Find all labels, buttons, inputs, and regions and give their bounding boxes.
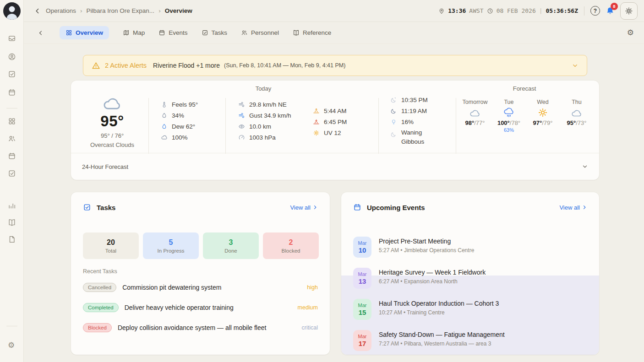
tab-personnel[interactable]: Personnel [241,29,279,36]
breadcrumb-item[interactable]: Pilbara Iron Ore Expan... [87,7,155,14]
sun-icon [625,7,633,15]
settings-gear-icon[interactable]: ⚙ [627,28,634,38]
cloud-cover: 100% [172,134,188,141]
forecast-day: Tue 100°/78° 63% [492,99,526,133]
event-date-badge: Mar15 [353,299,371,320]
view-all-label: View all [559,204,580,211]
event-row[interactable]: Mar17 Safety Stand-Down — Fatigue Manage… [353,330,590,351]
current-temp: 95° [80,113,144,130]
droplet-blue-icon [161,123,168,130]
location-pin-icon [438,8,445,14]
hourly-forecast-toggle[interactable]: 24-Hour Forecast [71,153,599,180]
sun-icon [526,107,560,119]
event-row[interactable]: Mar13 Heritage Survey — Week 1 Fieldwork… [353,268,590,289]
event-row[interactable]: Mar15 Haul Truck Operator Induction — Co… [353,299,590,320]
wind-gust: Gust 34.9 km/h [249,112,291,119]
alert-count: 2 Active Alerts [105,62,147,69]
theme-toggle-button[interactable] [620,2,638,20]
stat-label: In Progress [158,248,185,254]
file-icon[interactable] [8,235,16,243]
tasks-view-all-link[interactable]: View all [290,204,318,211]
timezone: AWST [469,7,483,14]
date: 08 FEB 2026 [497,7,536,14]
top-header: Operations › Pilbara Iron Ore Expan... ›… [24,0,644,22]
moon-phase-icon [390,131,397,138]
people-icon[interactable] [8,135,16,143]
calendar-icon[interactable] [8,152,16,160]
collapse-chevron-icon[interactable] [38,30,44,36]
event-title: Heritage Survey — Week 1 Fieldwork [379,269,486,276]
check-square-icon[interactable] [8,169,16,178]
weather-card: Today Forecast 95° 95° / 76° Overcast Cl… [71,81,599,180]
task-row[interactable]: Blocked Deploy collision avoidance syste… [83,321,318,334]
sunrise-icon [313,108,320,114]
tab-events[interactable]: Events [158,29,187,36]
event-meta: 6:27 AM • Expansion Area North [379,278,486,285]
tab-tasks[interactable]: Tasks [202,29,228,36]
apps-grid-icon[interactable] [8,117,16,125]
alert-time-range: (Sun, Feb 8, 10:41 AM — Mon, Feb 9, 4:41… [224,62,345,69]
divider [378,98,379,154]
stat-value: 3 [229,238,233,247]
grid-icon [65,29,72,36]
tab-map[interactable]: Map [123,29,145,36]
tab-label: Reference [303,29,331,36]
day-name: Tomorrow [458,99,492,105]
divider [456,98,456,154]
chevron-down-icon [582,163,588,170]
user-circle-icon[interactable] [8,53,16,61]
help-icon[interactable]: ? [590,6,600,16]
chevron-down-icon[interactable] [572,62,579,69]
inbox-icon[interactable] [8,34,16,43]
tab-reference[interactable]: Reference [293,29,331,36]
book-open-icon[interactable] [8,218,16,227]
stat-value: 5 [169,238,173,247]
tab-label: Map [133,29,145,36]
check-square-icon [83,203,91,211]
chevron-right-icon: › [80,7,82,14]
back-chevron-icon[interactable] [34,7,41,15]
calendar-icon [158,29,165,36]
local-time: 13:36 [448,7,466,14]
tasks-title: Tasks [97,204,115,211]
breadcrumb-item[interactable]: Operations [46,7,76,14]
stat-done[interactable]: 3Done [203,232,259,259]
visibility: 10.0 km [249,123,271,130]
events-view-all-link[interactable]: View all [559,204,587,211]
settings-gear-icon[interactable]: ⚙ [8,341,15,349]
current-hi-lo: 95° / 76° [80,132,144,139]
task-title: Commission pit dewatering system [122,284,221,291]
gauge-icon [238,134,245,141]
user-avatar[interactable] [3,2,21,20]
bar-chart-icon[interactable] [8,201,16,210]
notifications-bell[interactable]: 8 [604,5,616,17]
high-temp: 97° [533,119,542,126]
tab-label: Personnel [251,29,279,36]
stat-total[interactable]: 20Total [83,232,139,259]
tab-overview[interactable]: Overview [60,26,109,39]
moon-metrics: 10:35 PM 11:19 AM 16% Waning Gibbous [390,94,445,146]
task-row[interactable]: Cancelled Commission pit dewatering syst… [83,281,318,294]
notification-count-badge: 8 [611,3,618,10]
task-row[interactable]: Completed Deliver heavy vehicle operator… [83,301,318,314]
dew-point: Dew 62° [172,123,195,130]
stat-in-progress[interactable]: 5In Progress [143,232,199,259]
breadcrumb-current: Overview [165,7,192,14]
moonset-icon [390,108,397,114]
tab-label: Overview [76,29,103,36]
stat-blocked[interactable]: 2Blocked [263,232,319,259]
low-temp: /79° [542,119,552,126]
calendar-icon[interactable] [8,88,16,97]
droplet-icon [161,112,168,119]
active-alerts-banner[interactable]: 2 Active Alerts Riverine Flood +1 more (… [83,55,587,76]
event-title: Safety Stand-Down — Fatigue Management [379,331,505,338]
utc-time: 05:36:56Z [546,7,578,14]
wind-metrics: 29.8 km/h NE Gust 34.9 km/h 10.0 km 1003… [238,99,291,143]
event-month: Mar [358,240,367,246]
event-row[interactable]: Mar10 Project Pre-Start Meeting5:27 AM •… [353,237,590,258]
moon-phase: Waning Gibbous [401,128,437,146]
chevron-right-icon: › [158,7,161,14]
check-square-icon[interactable] [8,70,16,78]
sunrise-time: 5:44 AM [324,108,347,114]
moonset-time: 11:19 AM [401,108,427,114]
